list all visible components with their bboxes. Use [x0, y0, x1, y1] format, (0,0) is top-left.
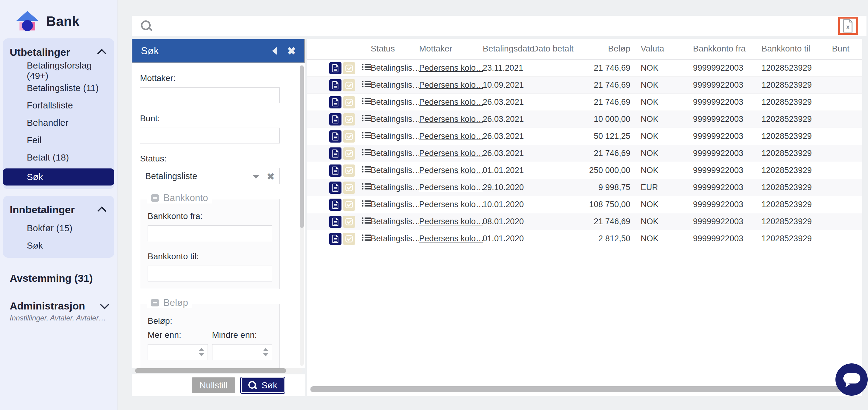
document-button[interactable] — [329, 165, 341, 177]
document-button[interactable] — [329, 199, 341, 211]
approve-checkbox-button[interactable] — [343, 216, 355, 228]
list-details-icon[interactable] — [362, 182, 371, 193]
sidebar-item-forfallsliste[interactable]: Forfallsliste — [3, 96, 114, 114]
mottaker-link[interactable]: Pedersens kolo… — [419, 166, 483, 175]
panel-vertical-scrollbar[interactable] — [300, 65, 304, 366]
bunt-input[interactable] — [140, 128, 280, 144]
chat-button[interactable] — [835, 363, 868, 396]
approve-checkbox-button[interactable] — [343, 233, 355, 245]
collapse-panel-icon[interactable] — [272, 47, 277, 55]
mottaker-link[interactable]: Pedersens kolo… — [419, 115, 483, 124]
col-belop: Beløp — [575, 44, 630, 54]
sidebar-group-header[interactable]: Innbetalinger — [3, 199, 114, 219]
chevron-down-icon[interactable] — [253, 175, 259, 179]
mottaker-input[interactable] — [140, 87, 280, 103]
global-search-input[interactable] — [157, 17, 838, 35]
belop-cell: 21 746,69 — [575, 217, 630, 226]
valuta-cell: NOK — [630, 217, 686, 226]
status-select[interactable]: Betalingsliste ✖ — [140, 168, 280, 184]
sidebar-item-feil[interactable]: Feil — [3, 131, 114, 149]
sidebar-group: Innbetalinger Bokfør (15) Søk — [3, 196, 114, 258]
checkbox-check-icon — [345, 235, 353, 243]
mottaker-link[interactable]: Pedersens kolo… — [419, 97, 483, 107]
mottaker-link[interactable]: Pedersens kolo… — [419, 200, 483, 209]
reset-button[interactable]: Nullstill — [192, 377, 236, 393]
approve-checkbox-button[interactable] — [343, 181, 355, 194]
number-stepper[interactable] — [199, 348, 204, 356]
list-details-icon[interactable] — [362, 166, 371, 175]
number-stepper[interactable] — [263, 348, 269, 356]
approve-checkbox-button[interactable] — [343, 62, 355, 74]
col-dato-betalt: Dato betalt — [532, 44, 575, 54]
document-button[interactable] — [329, 96, 341, 109]
filter-panel-title: Søk — [141, 45, 272, 57]
mottaker-link[interactable]: Pedersens kolo… — [419, 183, 483, 192]
collapse-section-icon[interactable] — [151, 194, 159, 202]
document-button[interactable] — [329, 62, 341, 74]
panel-horizontal-scrollbar[interactable] — [134, 368, 303, 374]
sidebar-section-avstemming[interactable]: Avstemming (31) — [0, 272, 117, 284]
betalingsdato-cell: 26.03.2021 — [483, 131, 532, 141]
excel-export-button[interactable]: x — [838, 17, 858, 35]
sidebar-item-behandler[interactable]: Behandler — [3, 114, 114, 131]
list-details-icon[interactable] — [362, 80, 371, 90]
search-submit-button[interactable]: Søk — [240, 377, 285, 394]
document-button[interactable] — [329, 130, 341, 143]
mottaker-link[interactable]: Pedersens kolo… — [419, 234, 483, 243]
col-bankkonto-til: Bankkonto til — [754, 44, 824, 54]
list-details-icon[interactable] — [362, 216, 371, 227]
bankkonto-fra-cell: 99999922003 — [686, 81, 754, 90]
document-button[interactable] — [329, 233, 341, 245]
sidebar-section-administrasjon[interactable]: Administrasjon — [0, 300, 117, 312]
list-details-icon[interactable] — [362, 234, 371, 244]
document-button[interactable] — [329, 147, 341, 159]
sidebar-item-betalingsforslag-49-[interactable]: Betalingsforslag (49+) — [3, 62, 114, 79]
list-details-icon[interactable] — [362, 97, 371, 107]
mottaker-link[interactable]: Pedersens kolo… — [419, 217, 483, 226]
filter-panel-body: Mottaker: Bunt: Status: Betalingsliste ✖… — [132, 63, 305, 368]
list-details-icon[interactable] — [362, 114, 371, 124]
approve-checkbox-button[interactable] — [343, 147, 355, 159]
sidebar-item-søk[interactable]: Søk — [3, 237, 114, 254]
house-icon — [16, 11, 39, 32]
document-button[interactable] — [329, 181, 341, 194]
mottaker-link[interactable]: Pedersens kolo… — [419, 149, 483, 158]
approve-checkbox-button[interactable] — [343, 96, 355, 109]
bankkonto-til-input[interactable] — [148, 266, 272, 282]
table-horizontal-scrollbar[interactable] — [310, 386, 859, 392]
approve-checkbox-button[interactable] — [343, 165, 355, 177]
search-icon — [248, 381, 257, 390]
sidebar-item-søk[interactable]: Søk — [3, 169, 114, 185]
status-cell: Betalingslis… — [371, 63, 419, 73]
approve-checkbox-button[interactable] — [343, 130, 355, 143]
list-details-icon[interactable] — [362, 131, 371, 141]
document-icon — [332, 235, 339, 243]
brand-name: Bank — [46, 14, 80, 29]
sidebar-item-betalt-18-[interactable]: Betalt (18) — [3, 149, 114, 166]
sidebar-group-header[interactable]: Utbetalinger — [3, 41, 114, 62]
mottaker-link[interactable]: Pedersens kolo… — [419, 131, 483, 141]
bankkonto-fra-input[interactable] — [148, 226, 272, 241]
document-button[interactable] — [329, 216, 341, 228]
valuta-cell: NOK — [630, 166, 686, 175]
document-button[interactable] — [329, 79, 341, 91]
sidebar-item-bokfør-15-[interactable]: Bokfør (15) — [3, 219, 114, 237]
approve-checkbox-button[interactable] — [343, 79, 355, 91]
sidebar-item-betalingsliste-11-[interactable]: Betalingsliste (11) — [3, 79, 114, 96]
list-details-icon[interactable] — [362, 63, 371, 73]
bankkonto-fra-cell: 99999922003 — [686, 131, 754, 141]
mottaker-link[interactable]: Pedersens kolo… — [419, 81, 483, 90]
list-details-icon[interactable] — [362, 148, 371, 158]
mottaker-link[interactable]: Pedersens kolo… — [419, 63, 483, 73]
betalingsdato-cell: 26.03.2021 — [483, 97, 532, 107]
approve-checkbox-button[interactable] — [343, 199, 355, 211]
global-search-bar: x — [132, 16, 866, 36]
clear-status-icon[interactable]: ✖ — [267, 171, 275, 182]
list-details-icon[interactable] — [362, 200, 371, 210]
close-panel-icon[interactable]: ✖ — [287, 46, 296, 56]
approve-checkbox-button[interactable] — [343, 113, 355, 125]
col-bankkonto-fra: Bankkonto fra — [686, 44, 754, 54]
document-button[interactable] — [329, 113, 341, 125]
collapse-section-icon[interactable] — [151, 299, 159, 306]
table-body: Betalingslis… Pedersens kolo… 23.11.2021… — [307, 60, 862, 247]
